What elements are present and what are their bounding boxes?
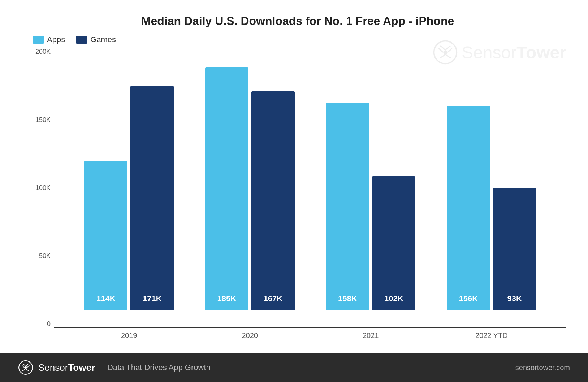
y-axis: 0 50K 100K 150K 200K (29, 48, 54, 346)
footer-tagline: Data That Drives App Growth (107, 363, 211, 372)
y-label-150k: 150K (29, 116, 54, 124)
y-label-200k: 200K (29, 48, 54, 56)
legend-apps-color (33, 36, 44, 44)
bar-label-2021-games: 102K (384, 294, 403, 303)
x-label-2021: 2021 (324, 331, 418, 340)
y-label-100k: 100K (29, 184, 54, 192)
bar-wrapper-2020-apps: 185K (205, 67, 248, 310)
x-axis: 2019 2020 2021 2022 YTD (54, 328, 566, 346)
bar-wrapper-2019-apps: 114K (84, 161, 127, 310)
bar-wrapper-2021-apps: 158K (326, 103, 369, 310)
x-label-2020: 2020 (203, 331, 297, 340)
bar-2022-apps: 156K (447, 106, 490, 310)
bar-wrapper-2020-games: 167K (251, 91, 295, 310)
bar-group-2019: 114K 171K (84, 86, 174, 310)
footer-logo-text: SensorTower (38, 362, 95, 373)
y-label-50k: 50K (29, 252, 54, 260)
legend-games-label: Games (90, 35, 116, 44)
bar-2020-games: 167K (251, 91, 295, 310)
bar-2020-apps: 185K (205, 67, 248, 310)
bar-label-2022-apps: 156K (459, 294, 478, 303)
bar-2019-apps: 114K (84, 161, 127, 310)
bar-2019-games: 171K (130, 86, 174, 310)
chart-plot: 114K 171K 185K (54, 48, 566, 346)
bar-wrapper-2022-apps: 156K (447, 106, 490, 310)
x-axis-line (54, 327, 566, 328)
legend-games: Games (76, 35, 116, 44)
bar-label-2020-apps: 185K (217, 294, 236, 303)
footer: SensorTower Data That Drives App Growth … (0, 353, 588, 382)
bar-group-2021: 158K 102K (326, 103, 415, 310)
y-label-0: 0 (29, 320, 54, 328)
chart-title: Median Daily U.S. Downloads for No. 1 Fr… (29, 14, 566, 28)
bar-label-2022-games: 93K (507, 294, 522, 303)
bar-wrapper-2021-games: 102K (372, 176, 415, 310)
footer-brand: SensorTower Data That Drives App Growth (18, 360, 211, 375)
bar-label-2019-games: 171K (143, 294, 162, 303)
bar-wrapper-2019-games: 171K (130, 86, 174, 310)
bar-label-2021-apps: 158K (338, 294, 357, 303)
bar-group-2022: 156K 93K (447, 106, 536, 310)
bar-wrapper-2022-games: 93K (493, 188, 536, 310)
footer-logo-icon (18, 360, 33, 375)
bar-label-2020-games: 167K (263, 294, 282, 303)
legend-games-color (76, 36, 87, 44)
x-label-2019: 2019 (82, 331, 176, 340)
chart-container: Median Daily U.S. Downloads for No. 1 Fr… (0, 0, 588, 353)
bar-2021-apps: 158K (326, 103, 369, 310)
bar-label-2019-apps: 114K (96, 294, 116, 303)
bar-2021-games: 102K (372, 176, 415, 310)
legend-apps-label: Apps (47, 35, 65, 44)
bar-group-2020: 185K 167K (205, 67, 295, 310)
bars-area: 114K 171K 185K (54, 48, 566, 310)
svg-point-3 (25, 366, 27, 369)
x-label-2022: 2022 YTD (445, 331, 539, 340)
footer-url: sensortower.com (515, 364, 570, 372)
chart-area: 0 50K 100K 150K 200K (29, 48, 566, 346)
legend-apps: Apps (33, 35, 65, 44)
bar-2022-games: 93K (493, 188, 536, 310)
